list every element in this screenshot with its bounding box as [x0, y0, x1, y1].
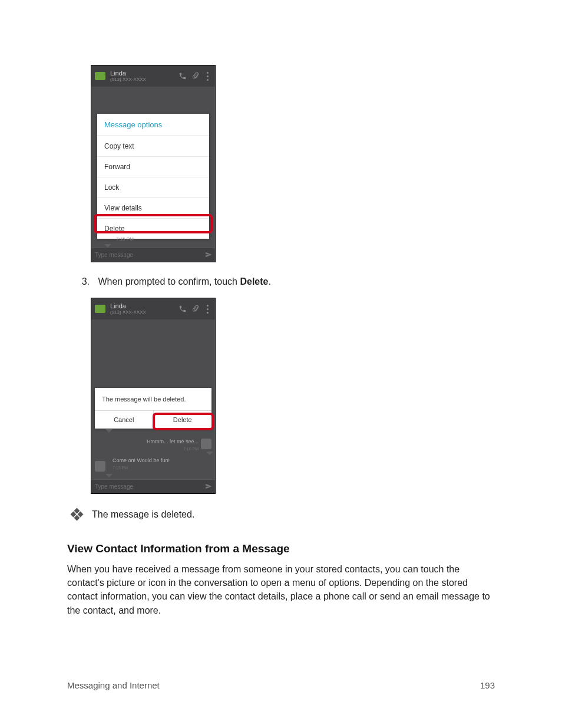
- avatar: [201, 439, 211, 449]
- conversation-topbar: Linda (913) XXX-XXXX: [91, 65, 215, 87]
- menu-item-copy[interactable]: Copy text: [97, 136, 209, 157]
- chat-icon: [95, 72, 105, 80]
- contact-number: (913) XXX-XXXX: [110, 77, 175, 82]
- menu-item-lock[interactable]: Lock: [97, 177, 209, 198]
- bubble-tail-icon: [105, 429, 113, 433]
- step-text-before: When prompted to confirm, touch: [98, 276, 240, 286]
- message-timestamp: 7:16 PM: [183, 447, 199, 451]
- page: Linda (913) XXX-XXXX Message options Cop…: [0, 0, 562, 728]
- section-body: When you have received a message from so…: [67, 562, 495, 617]
- compose-input[interactable]: Type message: [95, 252, 204, 258]
- send-icon[interactable]: [204, 482, 213, 492]
- contact-name: Linda: [110, 70, 175, 77]
- highlight-frame: [153, 413, 214, 430]
- message-bubble-left: Come on! Would be fun! 7:15 PM: [113, 457, 170, 471]
- step-3: 3. When prompted to confirm, touch Delet…: [80, 276, 495, 287]
- message-text: Come on! Would be fun!: [113, 457, 170, 463]
- step-number: 3.: [80, 276, 90, 287]
- overflow-menu-icon[interactable]: [203, 305, 211, 314]
- contact-header: Linda (913) XXX-XXXX: [110, 70, 175, 82]
- contact-header: Linda (913) XXX-XXXX: [110, 303, 175, 315]
- footer-section: Messaging and Internet: [67, 680, 160, 690]
- attach-icon[interactable]: [190, 72, 201, 80]
- highlight-frame: [94, 214, 213, 233]
- bubble-tail-icon: [105, 474, 113, 477]
- menu-item-forward[interactable]: Forward: [97, 157, 209, 177]
- step-text-bold: Delete: [240, 276, 268, 286]
- overflow-menu-icon[interactable]: [203, 72, 211, 81]
- footer-page: 193: [480, 680, 495, 690]
- compose-row: Type message: [91, 479, 215, 493]
- compose-row: Type message: [91, 248, 215, 262]
- avatar: [95, 461, 105, 472]
- send-icon[interactable]: [204, 250, 213, 261]
- screenshot-delete-confirm: Linda (913) XXX-XXXX The message will be…: [91, 298, 216, 494]
- message-timestamp: 7:15 PM: [113, 466, 128, 470]
- result-text: The message is deleted.: [92, 509, 194, 520]
- confirm-message: The message will be deleted.: [95, 388, 211, 411]
- bubble-tail-icon: [206, 452, 213, 455]
- chat-icon: [95, 305, 105, 313]
- page-footer: Messaging and Internet 193: [67, 680, 495, 690]
- cancel-button[interactable]: Cancel: [95, 411, 153, 429]
- menu-title: Message options: [97, 114, 209, 136]
- message-timestamp: 7:15 PM: [116, 236, 134, 242]
- result-line: The message is deleted.: [72, 509, 495, 520]
- result-bullet-icon: [72, 509, 82, 520]
- call-icon[interactable]: [177, 305, 188, 313]
- call-icon[interactable]: [177, 72, 188, 80]
- compose-input[interactable]: Type message: [95, 483, 204, 490]
- step-text-after: .: [268, 276, 270, 286]
- section-heading: View Contact Information from a Message: [67, 542, 495, 555]
- screenshot-message-options: Linda (913) XXX-XXXX Message options Cop…: [91, 65, 216, 262]
- message-bubble-right: Hmmm... let me see... 7:16 PM: [147, 439, 199, 452]
- conversation-topbar: Linda (913) XXX-XXXX: [91, 298, 215, 319]
- contact-name: Linda: [110, 303, 175, 309]
- attach-icon[interactable]: [190, 305, 201, 313]
- contact-number: (913) XXX-XXXX: [110, 310, 175, 315]
- message-text: Hmmm... let me see...: [147, 439, 199, 444]
